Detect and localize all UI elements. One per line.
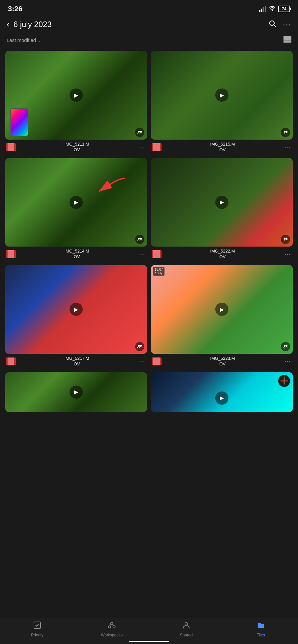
timestamp-badge: 18:076 July <box>153 267 164 276</box>
shared-badge <box>135 235 144 244</box>
list-item: 18:076 July ▶ IMG_5223.MOV ··· <box>151 265 293 368</box>
svg-line-25 <box>110 624 111 626</box>
svg-point-9 <box>285 131 287 133</box>
shared-label: Shared <box>180 633 193 637</box>
list-item: ▶ <box>5 372 147 412</box>
files-label: Files <box>256 633 265 637</box>
thumbnail[interactable]: ▶ <box>151 158 293 247</box>
thumbnail[interactable]: 18:076 July ▶ <box>151 265 293 354</box>
shared-badge <box>135 128 144 137</box>
svg-point-6 <box>138 131 140 133</box>
workspaces-label: Workspaces <box>101 633 123 637</box>
header-left: ‹ 6 july 2023 <box>7 19 52 29</box>
shared-badge <box>281 342 290 351</box>
home-indicator <box>129 641 169 642</box>
sort-label[interactable]: Last modified ↓ <box>7 37 40 43</box>
play-button[interactable]: ▶ <box>70 88 83 102</box>
svg-point-17 <box>285 345 287 347</box>
list-view-icon[interactable] <box>283 36 291 44</box>
play-button[interactable]: ▶ <box>215 196 228 209</box>
status-bar: 3:26 74 <box>0 0 298 17</box>
svg-point-11 <box>140 238 142 240</box>
file-name: IMG_5215.MOV <box>164 142 281 153</box>
status-icons: 74 <box>259 6 290 12</box>
search-icon[interactable] <box>268 19 276 29</box>
svg-line-2 <box>274 25 276 27</box>
list-item: ▶ IMG_5217.MOV ··· <box>5 265 147 368</box>
film-icon <box>152 143 162 151</box>
film-icon <box>6 143 16 151</box>
shared-icon <box>182 621 191 631</box>
more-options-button[interactable]: ··· <box>138 251 146 258</box>
film-icon <box>6 357 16 365</box>
back-button[interactable]: ‹ <box>7 19 10 29</box>
file-name: IMG_5214.MOV <box>18 249 135 260</box>
sidebar-item-shared[interactable]: Shared <box>173 621 199 637</box>
sort-arrow-icon: ↓ <box>38 38 40 43</box>
priority-icon <box>33 621 42 631</box>
film-icon <box>152 357 162 365</box>
file-info: IMG_5223.MOV ··· <box>151 354 293 368</box>
play-button[interactable]: ▶ <box>70 386 83 399</box>
svg-point-27 <box>185 623 188 625</box>
priority-label: Priority <box>31 633 43 637</box>
svg-rect-3 <box>283 36 291 38</box>
svg-rect-5 <box>283 41 291 42</box>
sidebar-item-priority[interactable]: Priority <box>24 621 50 637</box>
header: ‹ 6 july 2023 ··· <box>0 17 298 35</box>
sort-bar: Last modified ↓ <box>0 35 298 48</box>
svg-point-24 <box>113 626 115 628</box>
film-icon <box>6 250 16 258</box>
list-item: ▶ IMG_5215.MOV ··· <box>151 51 293 154</box>
more-options-button[interactable]: ··· <box>283 358 292 365</box>
svg-line-26 <box>113 624 114 626</box>
file-name: IMG_5222.MOV <box>164 249 281 260</box>
svg-point-16 <box>284 345 286 347</box>
sidebar-item-workspaces[interactable]: Workspaces <box>99 621 125 637</box>
play-button[interactable]: ▶ <box>70 196 83 209</box>
more-options-button[interactable]: ··· <box>283 251 292 258</box>
play-button[interactable]: ▶ <box>70 303 83 316</box>
list-item: ▶ <box>151 372 293 412</box>
thumbnail[interactable]: ▶ <box>5 372 147 412</box>
svg-point-0 <box>272 10 273 11</box>
thumbnail[interactable]: ▶ <box>5 265 147 354</box>
more-options-button[interactable]: ··· <box>283 144 292 151</box>
file-name: IMG_5211.MOV <box>18 142 135 153</box>
file-name: IMG_5217.MOV <box>18 356 135 367</box>
more-options-icon[interactable]: ··· <box>283 20 291 29</box>
svg-point-8 <box>284 131 286 133</box>
film-icon <box>152 250 162 258</box>
page-title: 6 july 2023 <box>14 20 52 29</box>
plus-badge[interactable] <box>278 375 290 387</box>
status-time: 3:26 <box>8 5 22 13</box>
svg-point-7 <box>140 131 142 133</box>
svg-point-12 <box>284 238 286 240</box>
signal-icon <box>259 6 266 12</box>
more-options-button[interactable]: ··· <box>138 144 146 151</box>
sidebar-item-files[interactable]: Files <box>248 621 274 637</box>
play-button[interactable]: ▶ <box>215 88 228 102</box>
phone-overlay <box>10 108 28 136</box>
sort-label-text: Last modified <box>7 37 36 43</box>
shared-badge <box>281 128 290 137</box>
thumbnail[interactable]: ▶ <box>151 51 293 140</box>
play-button[interactable]: ▶ <box>215 303 228 316</box>
list-item: ▶ IMG_5211.MOV ··· <box>5 51 147 154</box>
wifi-icon <box>269 6 276 12</box>
thumbnail[interactable]: ▶ <box>151 372 293 412</box>
file-info: IMG_5222.MOV ··· <box>151 247 293 261</box>
workspaces-icon <box>107 621 116 631</box>
svg-point-13 <box>285 238 287 240</box>
thumbnail[interactable]: ▶ <box>5 51 147 140</box>
files-icon <box>256 621 265 631</box>
more-options-button[interactable]: ··· <box>138 358 146 365</box>
svg-point-14 <box>138 345 140 347</box>
battery-icon: 74 <box>278 6 290 12</box>
svg-point-15 <box>140 345 142 347</box>
svg-rect-4 <box>283 38 291 40</box>
file-name: IMG_5223.MOV <box>164 356 281 367</box>
shared-badge <box>135 342 144 351</box>
thumbnail[interactable]: ▶ <box>5 158 147 247</box>
play-button[interactable]: ▶ <box>215 391 228 405</box>
